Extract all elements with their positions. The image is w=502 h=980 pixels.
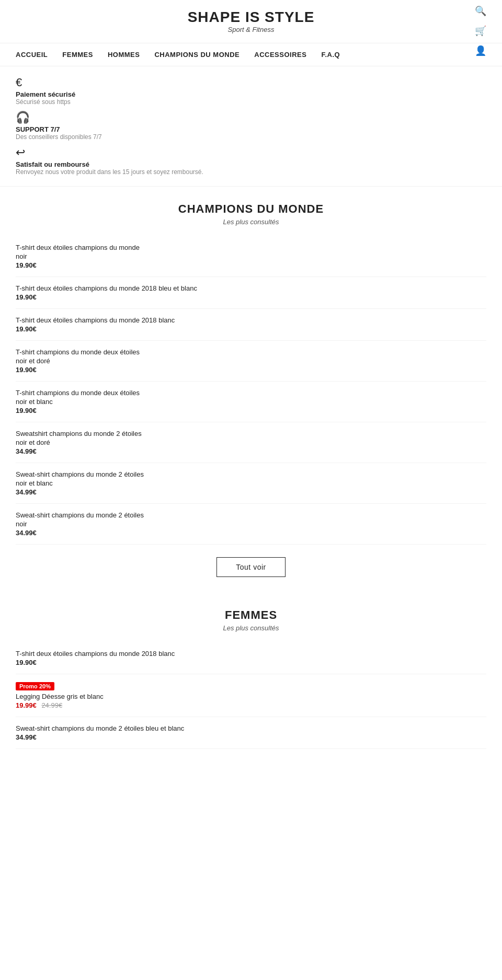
trust-support-desc: Des conseillers disponibles 7/7 (16, 133, 486, 141)
product-variant: noir et doré (16, 439, 486, 446)
product-price: 34.99€ (16, 733, 486, 741)
product-price: 19.90€ (16, 407, 486, 414)
femmes-section: FEMMES Les plus consultés T-shirt deux é… (0, 593, 502, 759)
nav-hommes[interactable]: HOMMES (108, 51, 140, 59)
main-nav: ACCUEIL FEMMES HOMMES CHAMPIONS DU MONDE… (0, 43, 502, 66)
femmes-title: FEMMES (16, 608, 486, 622)
product-name: Sweatshirt champions du monde 2 étoiles (16, 430, 486, 437)
logo-title: SHAPE IS STYLE (188, 9, 315, 26)
product-price: 34.99€ (16, 447, 486, 455)
headphone-icon: 🎧 (16, 111, 486, 124)
product-name: Sweat-shirt champions du monde 2 étoiles (16, 470, 486, 478)
product-price: 19.90€ (16, 366, 486, 374)
product-name: T-shirt champions du monde deux étoiles (16, 348, 486, 356)
table-row[interactable]: T-shirt deux étoiles champions du monde … (16, 642, 486, 674)
table-row[interactable]: T-shirt champions du monde deux étoiles … (16, 341, 486, 382)
product-price: 19.90€ (16, 293, 486, 301)
header-icons: 🔍 🛒 👤 (475, 5, 486, 56)
product-variant: noir et doré (16, 357, 486, 365)
nav-accueil[interactable]: ACCUEIL (16, 51, 48, 59)
product-price: 19.90€ (16, 659, 486, 666)
trust-support: 🎧 SUPPORT 7/7 Des conseillers disponible… (16, 111, 486, 141)
trust-payment: € Paiement sécurisé Sécurisé sous https (16, 76, 486, 106)
champions-title: CHAMPIONS DU MONDE (16, 202, 486, 216)
product-name: Legging Déesse gris et blanc (16, 693, 486, 700)
logo-block: SHAPE IS STYLE Sport & Fitness (188, 9, 315, 33)
nav-champions[interactable]: CHAMPIONS DU MONDE (154, 51, 239, 59)
trust-payment-title: Paiement sécurisé (16, 90, 486, 98)
product-variant: noir (16, 252, 486, 260)
tout-voir-button[interactable]: Tout voir (216, 557, 285, 577)
table-row[interactable]: Promo 20% Legging Déesse gris et blanc 1… (16, 674, 486, 717)
trust-support-title: SUPPORT 7/7 (16, 125, 486, 133)
femmes-product-list: T-shirt deux étoiles champions du monde … (16, 642, 486, 749)
product-variant: noir (16, 520, 486, 528)
product-name: T-shirt deux étoiles champions du monde (16, 244, 486, 251)
table-row[interactable]: T-shirt champions du monde deux étoiles … (16, 382, 486, 422)
user-icon[interactable]: 👤 (475, 45, 486, 56)
product-name: Sweat-shirt champions du monde 2 étoiles… (16, 724, 486, 732)
trust-refund-desc: Renvoyez nous votre produit dans les 15 … (16, 168, 486, 176)
euro-icon: € (16, 76, 486, 89)
tout-voir-wrapper: Tout voir (16, 557, 486, 577)
promo-badge: Promo 20% (16, 682, 54, 690)
product-variant: noir et blanc (16, 479, 486, 487)
product-price-sale: 19.99€ (16, 701, 37, 709)
product-variant: noir et blanc (16, 398, 486, 406)
product-name: Sweat-shirt champions du monde 2 étoiles (16, 511, 486, 519)
trust-section: € Paiement sécurisé Sécurisé sous https … (0, 66, 502, 187)
femmes-subtitle: Les plus consultés (16, 624, 486, 632)
cart-icon[interactable]: 🛒 (475, 25, 486, 37)
table-row[interactable]: T-shirt deux étoiles champions du monde … (16, 236, 486, 277)
product-price: 34.99€ (16, 488, 486, 496)
trust-refund-title: Satisfait ou remboursé (16, 160, 486, 168)
table-row[interactable]: T-shirt deux étoiles champions du monde … (16, 309, 486, 341)
product-name: T-shirt deux étoiles champions du monde … (16, 284, 486, 292)
return-icon: ↩ (16, 146, 486, 159)
search-icon[interactable]: 🔍 (475, 5, 486, 17)
product-price: 19.90€ (16, 261, 486, 269)
nav-femmes[interactable]: FEMMES (62, 51, 93, 59)
table-row[interactable]: Sweat-shirt champions du monde 2 étoiles… (16, 717, 486, 749)
product-price: 19.90€ (16, 325, 486, 333)
champions-product-list: T-shirt deux étoiles champions du monde … (16, 236, 486, 545)
nav-faq[interactable]: F.A.Q (321, 51, 340, 59)
product-name: T-shirt deux étoiles champions du monde … (16, 316, 486, 324)
product-price-old: 24.99€ (41, 701, 62, 709)
trust-refund: ↩ Satisfait ou remboursé Renvoyez nous v… (16, 146, 486, 176)
logo-subtitle: Sport & Fitness (188, 26, 315, 33)
nav-accessoires[interactable]: ACCESSOIRES (254, 51, 306, 59)
product-name: T-shirt deux étoiles champions du monde … (16, 650, 486, 658)
product-name: T-shirt champions du monde deux étoiles (16, 389, 486, 397)
product-price: 19.99€ 24.99€ (16, 701, 486, 709)
table-row[interactable]: Sweat-shirt champions du monde 2 étoiles… (16, 504, 486, 545)
product-price: 34.99€ (16, 529, 486, 537)
champions-section: CHAMPIONS DU MONDE Les plus consultés T-… (0, 187, 502, 593)
trust-payment-desc: Sécurisé sous https (16, 98, 486, 106)
champions-subtitle: Les plus consultés (16, 218, 486, 226)
table-row[interactable]: Sweat-shirt champions du monde 2 étoiles… (16, 463, 486, 504)
table-row[interactable]: T-shirt deux étoiles champions du monde … (16, 277, 486, 309)
table-row[interactable]: Sweatshirt champions du monde 2 étoiles … (16, 422, 486, 463)
header: SHAPE IS STYLE Sport & Fitness 🔍 🛒 👤 (0, 0, 502, 43)
